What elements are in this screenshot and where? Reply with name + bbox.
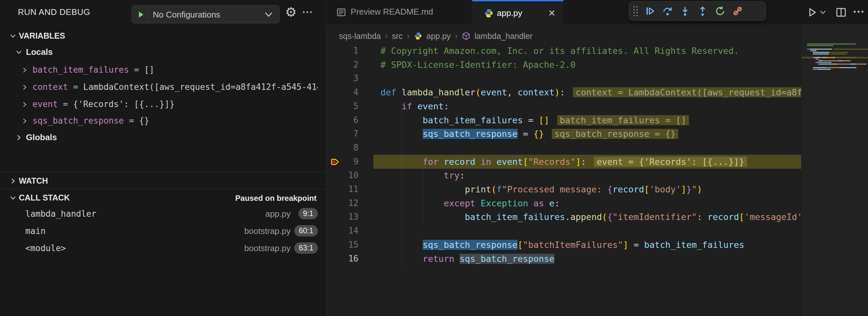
code-token: ) [554, 87, 560, 97]
sidebar-toolbar: RUN AND DEBUG No Configurations ⚙ [0, 0, 326, 24]
variables-section-header[interactable]: VARIABLES [0, 27, 326, 44]
variable-row[interactable]: context = LambdaContext([aws_request_id=… [0, 78, 326, 96]
gear-icon[interactable]: ⚙ [283, 4, 299, 20]
frame-position-badge: 60:1 [294, 225, 318, 236]
line-number: 14 [327, 224, 359, 238]
tab-app-py[interactable]: app.py ✕ [472, 0, 563, 24]
code-token: batch_item_failures [465, 212, 565, 222]
step-out-icon[interactable] [698, 6, 708, 16]
code-token: e [549, 198, 554, 208]
code-line[interactable]: # SPDX-License-Identifier: Apache-2.0 [380, 58, 801, 72]
breadcrumb-separator: › [455, 31, 458, 40]
variable-row[interactable]: event = {'Records': [{...}]} [0, 96, 326, 113]
restart-icon[interactable] [715, 6, 725, 16]
code-token: event [417, 101, 444, 111]
code-line[interactable] [380, 71, 801, 85]
code-token: as [528, 198, 549, 208]
stack-frame-row[interactable]: <module>bootstrap.py63:1 [0, 240, 326, 257]
watch-section-header[interactable]: WATCH [0, 172, 326, 189]
chevron-right-icon [21, 101, 29, 108]
code-line[interactable]: try: [380, 168, 801, 182]
chevron-down-icon[interactable] [265, 11, 273, 18]
step-into-icon[interactable] [680, 6, 690, 16]
drag-handle-icon[interactable] [633, 6, 638, 16]
breadcrumb-item-folder[interactable]: sqs-lambda [339, 31, 381, 41]
split-editor-icon[interactable] [836, 7, 846, 18]
call-stack-header-label: CALL STACK [19, 193, 70, 202]
locals-scope-row[interactable]: Locals [0, 43, 326, 60]
code-line[interactable]: return sqs_batch_response [380, 252, 801, 266]
stack-frame-row[interactable]: mainbootstrap.py60:1 [0, 223, 326, 240]
editor-actions [804, 0, 868, 24]
debug-inline-value: context = LambdaContext([aws_request_id=… [573, 87, 801, 97]
close-icon[interactable]: ✕ [548, 8, 556, 19]
line-number: 4 [327, 85, 359, 99]
globals-scope-row[interactable]: Globals [0, 129, 326, 146]
debug-configuration-label[interactable]: No Configurations [153, 10, 220, 20]
minimap-line [807, 67, 856, 68]
frame-name: <module> [25, 243, 66, 253]
code-token: { [607, 212, 612, 222]
code-line[interactable] [380, 224, 801, 238]
tab-preview-readme[interactable]: Preview README.md [327, 0, 472, 24]
code-token: {} [533, 129, 544, 139]
code-token: : [460, 170, 465, 180]
code-token: if [402, 101, 417, 111]
code-token: ] [576, 157, 581, 167]
breadcrumb-item-folder[interactable]: src [392, 31, 403, 41]
frame-name: main [25, 226, 46, 236]
call-stack-section-header[interactable]: CALL STACK Paused on breakpoint [0, 189, 326, 206]
code-token: event [497, 157, 523, 167]
code-token: record [707, 212, 739, 222]
code-token: ( [475, 87, 481, 97]
minimap[interactable] [801, 24, 868, 316]
variable-row[interactable]: batch_item_failures = [] [0, 61, 326, 78]
disconnect-icon[interactable] [733, 6, 743, 16]
code-token: ] [623, 240, 628, 250]
code-token: " [691, 184, 697, 194]
code-line[interactable]: sqs_batch_response = {}sqs_batch_respons… [380, 127, 801, 141]
more-actions-icon[interactable] [303, 11, 312, 13]
stack-frame-row[interactable]: lambda_handlerapp.py9:1 [0, 206, 326, 223]
code-line[interactable]: except Exception as e: [380, 196, 801, 210]
indent-guide [423, 168, 423, 224]
code-token: except [444, 198, 481, 208]
variable-row[interactable]: sqs_batch_response = {} [0, 112, 326, 129]
code-line[interactable]: batch_item_failures.append({"itemIdentif… [380, 210, 801, 224]
tab-label[interactable]: Preview README.md [351, 7, 433, 17]
minimap-line [807, 60, 850, 61]
code-line[interactable]: for record in event["Records"]:event = {… [380, 155, 801, 169]
code-line[interactable]: # Copyright Amazon.com, Inc. or its affi… [380, 44, 801, 58]
code-token: context [518, 87, 555, 97]
minimap-line [807, 45, 833, 46]
code-editor[interactable]: 12345678910111213141516 # Copyright Amaz… [327, 44, 801, 316]
code-token: # SPDX-License-Identifier: Apache-2.0 [380, 60, 576, 70]
code-line[interactable]: def lambda_handler(event, context):conte… [380, 85, 801, 99]
more-actions-icon[interactable] [854, 11, 864, 13]
run-icon[interactable] [807, 7, 818, 18]
breakpoint-paused-icon[interactable] [330, 157, 340, 167]
code-line[interactable]: if event: [380, 99, 801, 113]
start-debug-icon[interactable] [136, 10, 146, 20]
code-token: [ [739, 212, 744, 222]
tab-label[interactable]: app.py [497, 8, 522, 18]
run-dropdown-chevron-icon[interactable] [819, 9, 827, 15]
code-token: record [444, 157, 475, 167]
frame-name: lambda_handler [25, 209, 96, 219]
code-line[interactable]: batch_item_failures = []batch_item_failu… [380, 113, 801, 127]
frame-file: bootstrap.py [244, 226, 291, 236]
debug-configuration-dropdown[interactable]: No Configurations [132, 5, 280, 23]
step-over-icon[interactable] [662, 6, 673, 16]
editor-tab-bar: Preview README.md app.py ✕ [327, 0, 868, 24]
globals-label: Globals [26, 132, 57, 143]
breadcrumb-item-symbol[interactable]: lambda_handler [474, 31, 533, 41]
code-token: 'messageId' [744, 212, 801, 222]
line-number: 1 [327, 44, 359, 58]
code-line[interactable] [380, 141, 801, 155]
code-line[interactable]: sqs_batch_response["batchItemFailures"] … [380, 238, 801, 252]
variable-text: context = LambdaContext([aws_request_id=… [32, 82, 318, 92]
breadcrumb-item-file[interactable]: app.py [427, 31, 451, 41]
line-number: 13 [327, 210, 359, 224]
code-line[interactable]: print(f"Processed message: {record['body… [380, 182, 801, 196]
continue-icon[interactable] [645, 6, 655, 16]
